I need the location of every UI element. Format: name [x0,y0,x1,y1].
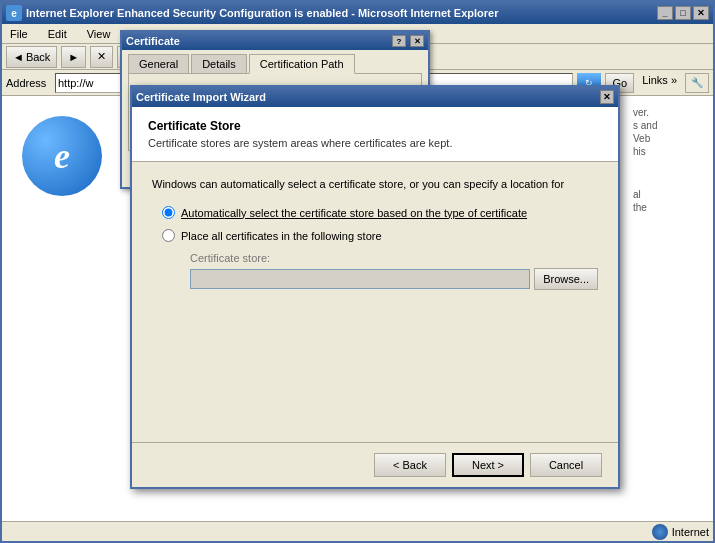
cert-close-button[interactable]: ✕ [410,35,424,47]
browser-title: Internet Explorer Enhanced Security Conf… [26,7,657,19]
cert-store-label: Certificate store: [190,252,598,264]
cert-store-section: Certificate store: Browse... [190,252,598,290]
wizard-titlebar: Certificate Import Wizard ✕ [132,87,618,107]
cert-tabs: General Details Certification Path [122,50,428,73]
radio-option-auto: Automatically select the certificate sto… [162,206,598,219]
back-button[interactable]: < Back [374,453,446,477]
status-text: Internet [672,526,709,538]
tools-icon[interactable]: 🔧 [685,73,709,93]
back-button[interactable]: ◄ Back [6,46,57,68]
radio-option-manual: Place all certificates in the following … [162,229,598,242]
wizard-content: Windows can automatically select a certi… [132,162,618,442]
cert-tab-general[interactable]: General [128,54,189,73]
internet-icon [652,524,668,540]
cert-titlebar: Certificate ? ✕ [122,32,428,50]
minimize-button[interactable]: _ [657,6,673,20]
menu-view[interactable]: View [83,26,115,42]
radio-group: Automatically select the certificate sto… [162,206,598,290]
ie-logo: e [22,116,102,196]
wizard-footer: < Back Next > Cancel [132,442,618,487]
cert-help-button[interactable]: ? [392,35,406,47]
cert-dialog-title: Certificate [126,35,390,47]
browse-button[interactable]: Browse... [534,268,598,290]
background-text: ver.s andVebhis althe [633,106,693,214]
wizard-heading: Certificate Store [148,119,452,133]
wizard-close-button[interactable]: ✕ [600,90,614,104]
browser-titlebar: e Internet Explorer Enhanced Security Co… [2,2,713,24]
close-button[interactable]: ✕ [693,6,709,20]
wizard-description: Windows can automatically select a certi… [152,178,598,190]
browser-statusbar: Internet [2,521,713,541]
forward-button[interactable]: ► [61,46,86,68]
cert-tab-certification-path[interactable]: Certification Path [249,54,355,74]
menu-edit[interactable]: Edit [44,26,71,42]
radio-manual-label[interactable]: Place all certificates in the following … [181,230,382,242]
cert-store-row: Browse... [190,268,598,290]
browser-window-controls: _ □ ✕ [657,6,709,20]
cancel-button[interactable]: Cancel [530,453,602,477]
wizard-heading-desc: Certificate stores are system areas wher… [148,137,452,149]
status-internet: Internet [652,524,709,540]
wizard-header-text: Certificate Store Certificate stores are… [148,119,452,149]
ie-logo-area: e [22,116,122,216]
wizard-header: Certificate Store Certificate stores are… [132,107,618,162]
maximize-button[interactable]: □ [675,6,691,20]
cert-tab-details[interactable]: Details [191,54,247,73]
next-button[interactable]: Next > [452,453,524,477]
ie-icon: e [6,5,22,21]
certificate-import-wizard: Certificate Import Wizard ✕ Certificate … [130,85,620,489]
wizard-title: Certificate Import Wizard [136,91,600,103]
radio-auto-label[interactable]: Automatically select the certificate sto… [181,207,527,219]
radio-auto[interactable] [162,206,175,219]
stop-button[interactable]: ✕ [90,46,113,68]
radio-manual[interactable] [162,229,175,242]
menu-file[interactable]: File [6,26,32,42]
address-label: Address [6,77,51,89]
wizard-body: Certificate Store Certificate stores are… [132,107,618,487]
cert-store-input[interactable] [190,269,530,289]
links-button[interactable]: Links » [638,73,681,93]
